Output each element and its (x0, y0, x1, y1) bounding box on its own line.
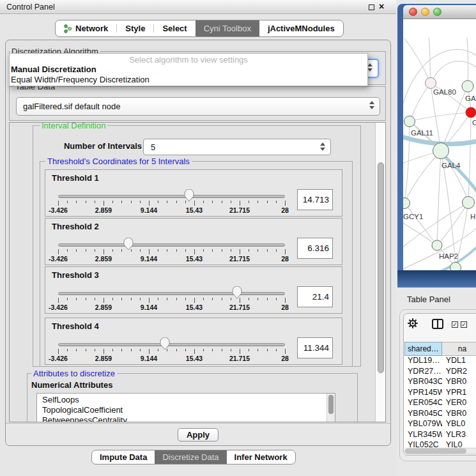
threshold-value-field[interactable]: 21.4 (297, 286, 333, 307)
algorithm-hint-item[interactable]: Select algorithm to view settings (10, 54, 367, 64)
network-node[interactable] (450, 263, 461, 271)
slider-tick-label: 9.144 (141, 206, 157, 214)
tab-discretize-data[interactable]: Discretize Data (155, 450, 226, 464)
table-row[interactable]: YBR043CYBR0 (404, 377, 476, 388)
table-row[interactable]: YIL052CYIL0 (404, 440, 476, 447)
tab-network[interactable]: Network (56, 20, 116, 36)
slider-tick-label: 15.43 (186, 303, 203, 311)
mac-zoom-button[interactable] (433, 8, 441, 16)
attribute-item-topologicalcoefficient[interactable]: TopologicalCoefficient (37, 404, 335, 414)
slider-tick (176, 249, 177, 252)
slider-tick (131, 201, 132, 203)
tab-label: Select (162, 24, 187, 33)
node-table: shared…na YDL19…YDL1YDR27…YDR2YBR043CYBR… (404, 342, 476, 447)
slider-tick-label: -3.426 (49, 255, 68, 263)
network-edge (410, 83, 431, 121)
threshold-label: Threshold 3 (52, 270, 99, 280)
network-window-titlebar[interactable] (403, 5, 476, 19)
tab-select[interactable]: Select (154, 20, 195, 36)
attribute-item-selfloops[interactable]: SelfLoops (37, 394, 335, 404)
attribute-item-betweennesscentrality[interactable]: BetweennessCentrality (37, 414, 335, 422)
slider-tick (67, 349, 68, 351)
slider-tick-label: 21.715 (229, 303, 250, 311)
apply-button[interactable]: Apply (178, 428, 219, 441)
network-node[interactable] (463, 197, 475, 209)
slider-tick (121, 298, 122, 300)
network-node[interactable] (426, 78, 436, 89)
spinner-arrows-icon[interactable] (320, 142, 325, 151)
checkbox-icon[interactable]: ✓ (461, 321, 467, 328)
slider-tick (86, 201, 86, 203)
network-node[interactable] (404, 116, 415, 127)
tab-impute-data[interactable]: Impute Data (92, 450, 155, 464)
slider-thumb[interactable] (160, 337, 170, 350)
table-row[interactable]: YPR145WYPR1 (404, 388, 476, 399)
network-node[interactable] (403, 198, 410, 209)
threshold-value-field[interactable]: 6.316 (297, 238, 333, 259)
threshold-value-field[interactable]: 14.713 (297, 189, 333, 210)
slider-track[interactable] (58, 292, 285, 295)
table-row[interactable]: YLR345WYLR3 (404, 430, 476, 441)
slider-thumb[interactable] (184, 189, 194, 202)
threshold-label: Threshold 4 (52, 321, 99, 331)
slider-tick-label: 15.43 (186, 355, 203, 362)
tab-infer-network[interactable]: Infer Network (227, 450, 295, 464)
mac-minimize-button[interactable] (421, 8, 429, 16)
threshold-value-field[interactable]: 11.344 (297, 337, 333, 358)
number-of-intervals-spinner[interactable]: 5 (143, 139, 331, 155)
slider-thumb[interactable] (232, 286, 242, 299)
list-scrollbar-thumb[interactable] (328, 395, 334, 414)
slider-tick (194, 249, 195, 254)
network-node[interactable] (432, 240, 442, 250)
table-row[interactable]: YBR045CYBR0 (404, 409, 476, 420)
node-label-c: C (472, 119, 476, 127)
network-view-window: GAL80GACGAL11GAL4GCY1HHAP2 (397, 4, 476, 288)
slider-tick (112, 349, 113, 351)
gear-icon[interactable] (407, 318, 418, 329)
column-header-1[interactable]: shared… (404, 342, 442, 356)
network-node[interactable] (462, 81, 473, 92)
tab-jactivemnodules[interactable]: jActiveMNodules (259, 20, 343, 36)
table-row[interactable]: YER054CYER0 (404, 398, 476, 409)
slider-track[interactable] (58, 243, 285, 247)
network-canvas[interactable]: GAL80GACGAL11GAL4GCY1HHAP2 (403, 19, 476, 270)
algorithm-item-equal-width[interactable]: Equal Width/Frequency Discretization (10, 74, 367, 84)
combo-arrows-icon[interactable] (367, 63, 372, 72)
close-panel-icon[interactable]: × (379, 1, 384, 12)
slider-tick (58, 298, 59, 303)
slider-tick (67, 298, 68, 300)
interval-definition-label: Interval Definition (40, 122, 107, 130)
algorithm-item-manual[interactable]: Manual Discretization (10, 64, 367, 74)
checkbox-icon[interactable]: ✓ (452, 321, 458, 328)
slider-tick (222, 201, 222, 203)
table-row[interactable]: YDR27…YDR2 (404, 367, 476, 378)
network-node[interactable] (433, 143, 449, 159)
network-node[interactable] (466, 107, 476, 118)
table-data-combobox[interactable]: galFiltered.sif default node (16, 97, 380, 116)
slider-tick-label: 15.43 (186, 206, 203, 214)
tab-cyni-toolbox[interactable]: Cyni Toolbox (196, 20, 259, 36)
slider-tick (140, 349, 141, 351)
numerical-attributes-list[interactable]: SelfLoopsTopologicalCoefficientBetweenne… (36, 393, 335, 422)
slider-track[interactable] (58, 195, 285, 198)
slider-tick (285, 349, 286, 354)
list-scrollbar[interactable] (326, 394, 335, 422)
slider-tick (212, 349, 213, 351)
slider-tick (167, 249, 167, 252)
tab-style[interactable]: Style (117, 20, 153, 36)
vertical-scrollbar-thumb[interactable] (378, 162, 384, 373)
split-panel-icon[interactable] (432, 319, 443, 329)
table-row[interactable]: YBL079WYBL0 (404, 419, 476, 430)
horizontal-scrollbar-thumb[interactable] (405, 449, 466, 454)
vertical-scrollbar[interactable] (375, 123, 385, 422)
cell-name: YIL0 (442, 440, 476, 447)
horizontal-scrollbar[interactable] (404, 448, 476, 454)
table-panel-title: Table Panel (407, 295, 450, 304)
float-panel-icon[interactable] (369, 4, 374, 10)
combo-arrows-icon[interactable] (369, 101, 374, 109)
slider-thumb[interactable] (123, 238, 134, 250)
column-header-2[interactable]: na (442, 342, 476, 356)
mac-close-button[interactable] (409, 8, 417, 16)
slider-track[interactable] (58, 343, 285, 346)
table-row[interactable]: YDL19…YDL1 (404, 356, 476, 367)
